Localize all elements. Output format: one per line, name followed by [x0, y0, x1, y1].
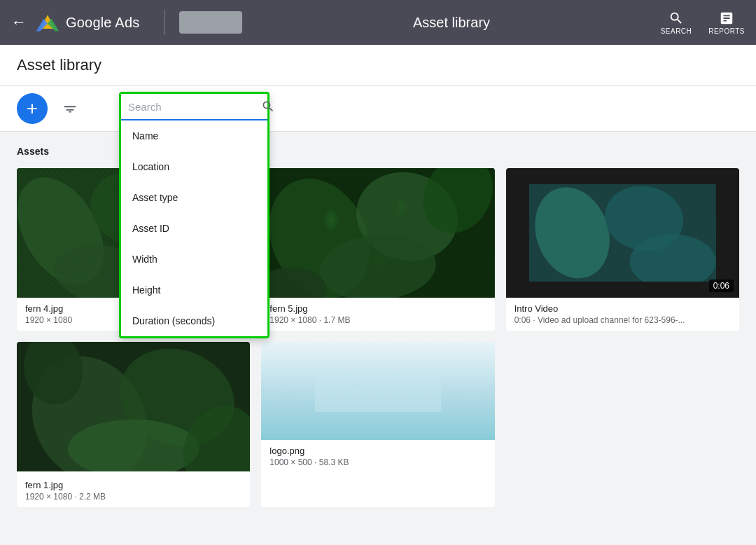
dropdown-items: NameLocationAsset typeAsset IDWidthHeigh…: [121, 120, 267, 336]
reports-label: REPORTS: [708, 27, 745, 35]
page-title-topbar: Asset library: [413, 15, 490, 31]
dropdown-item-duration[interactable]: Duration (seconds): [121, 305, 267, 336]
asset-info-intro-video: Intro Video 0:06 · Video ad upload chann…: [506, 298, 739, 331]
search-icon: [261, 99, 275, 113]
subheader: Asset library: [0, 45, 756, 86]
asset-thumbnail-intro-video: 0:06: [506, 168, 739, 298]
reports-icon: [719, 11, 734, 26]
topbar-center: Asset library: [242, 15, 660, 31]
topbar-divider: [164, 10, 165, 35]
asset-name-intro-video: Intro Video: [514, 303, 731, 314]
svg-point-12: [346, 168, 468, 272]
search-label: SEARCH: [661, 27, 692, 35]
back-button[interactable]: ←: [11, 13, 27, 32]
dropdown-item-asset_id[interactable]: Asset ID: [121, 213, 267, 244]
video-inner: [529, 184, 716, 282]
asset-meta-logo: 1000 × 500 · 58.3 KB: [270, 457, 486, 467]
asset-info-fern1: fern 1.jpg 1920 × 1080 · 2.2 MB: [17, 474, 250, 507]
asset-card-fern1[interactable]: fern 1.jpg 1920 × 1080 · 2.2 MB: [17, 342, 250, 507]
svg-point-13: [317, 230, 439, 298]
asset-card-fern5[interactable]: fern 5.jpg 1920 × 1080 · 1.7 MB: [261, 168, 494, 331]
asset-info-logo: logo.png 1000 × 500 · 58.3 KB: [261, 440, 494, 473]
asset-thumbnail-fern1: [17, 342, 250, 474]
search-input[interactable]: [128, 101, 261, 113]
asset-meta-fern1: 1920 × 1080 · 2.2 MB: [25, 492, 241, 502]
topbar-actions: SEARCH REPORTS: [661, 11, 745, 35]
search-input-row: [121, 94, 267, 120]
asset-meta-intro-video: 0:06 · Video ad upload channel for 623-5…: [514, 315, 731, 325]
search-action[interactable]: SEARCH: [661, 11, 692, 35]
add-button[interactable]: +: [17, 93, 48, 124]
search-dropdown: NameLocationAsset typeAsset IDWidthHeigh…: [119, 92, 270, 338]
asset-name-fern5: fern 5.jpg: [270, 303, 486, 314]
toolbar: + NameLocationAsset typeAsset IDWidthHei…: [0, 86, 756, 132]
dropdown-item-location[interactable]: Location: [121, 151, 267, 182]
asset-name-fern1: fern 1.jpg: [25, 480, 241, 490]
svg-rect-27: [315, 370, 441, 412]
main-content: Assets fern 4.jpg 1920 × 1080: [0, 132, 756, 521]
search-submit-icon[interactable]: [261, 99, 275, 113]
asset-meta-fern5: 1920 × 1080 · 1.7 MB: [270, 315, 486, 325]
svg-point-15: [261, 268, 327, 298]
google-ads-logo: Google Ads: [35, 10, 139, 35]
asset-info-fern5: fern 5.jpg 1920 × 1080 · 1.7 MB: [261, 298, 494, 331]
filter-icon: [62, 101, 78, 116]
svg-point-14: [410, 168, 494, 246]
asset-card-logo[interactable]: logo.png 1000 × 500 · 58.3 KB: [261, 342, 494, 507]
page-title: Asset library: [17, 56, 739, 74]
account-selector[interactable]: [179, 11, 242, 34]
dropdown-item-name[interactable]: Name: [121, 120, 267, 151]
video-duration-badge: 0:06: [709, 280, 734, 292]
app-name: Google Ads: [66, 15, 139, 31]
dropdown-item-height[interactable]: Height: [121, 275, 267, 305]
svg-point-11: [261, 168, 388, 298]
topbar: ← Google Ads Asset library SEARCH REPORT…: [0, 0, 756, 45]
asset-name-logo: logo.png: [270, 446, 486, 456]
filter-button[interactable]: [56, 95, 84, 123]
dropdown-item-asset_type[interactable]: Asset type: [121, 182, 267, 213]
asset-card-intro-video[interactable]: 0:06 Intro Video 0:06 · Video ad upload …: [506, 168, 739, 331]
svg-point-5: [17, 168, 121, 298]
search-icon: [668, 11, 684, 26]
reports-action[interactable]: REPORTS: [708, 11, 745, 35]
asset-thumbnail-fern5: [261, 168, 494, 298]
asset-thumbnail-logo: [261, 342, 494, 440]
svg-rect-10: [261, 168, 494, 298]
dropdown-item-width[interactable]: Width: [121, 244, 267, 275]
